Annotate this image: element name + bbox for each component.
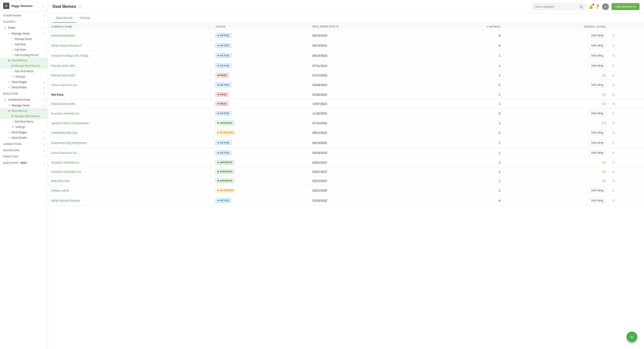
cell-company-name[interactable]: Sunsets Unlimited Inc. (48, 108, 212, 119)
help-icon[interactable]: ❓ (596, 5, 600, 9)
trash-icon[interactable]: 🗑 (612, 151, 615, 155)
cell-date: 07/11/2022 (310, 119, 430, 128)
tab-deal-memos[interactable]: Deal Memos (52, 14, 76, 23)
section-fundraising[interactable]: FUNDRAISING ▸ (0, 12, 48, 18)
cell-company-name[interactable]: Ceramic Ceilings and Things (48, 51, 212, 61)
user-avatar[interactable]: G (602, 3, 609, 10)
add-rating-button[interactable]: Add rating (589, 63, 606, 68)
trash-icon[interactable]: 🗑 (612, 34, 615, 37)
nav-item-deals-closing[interactable]: ↗ Deals ▾ (0, 25, 48, 31)
trash-icon[interactable]: 🗑 (612, 121, 615, 125)
trash-icon[interactable]: 🗑 (612, 199, 615, 202)
cell-date: 01/05/2023 (310, 90, 430, 99)
trash-icon[interactable]: 🗑 (612, 74, 615, 77)
cell-company-name[interactable]: Janice's sister's incorporation (48, 119, 212, 128)
sidebar-item-manage-deals-sub[interactable]: ○ Manage Deals (0, 36, 48, 42)
add-rating-button[interactable]: Add rating (589, 53, 606, 58)
trash-icon[interactable]: 🗑 (612, 44, 615, 47)
cell-company-name[interactable]: Wild New Org (48, 176, 212, 185)
trash-icon[interactable]: 🗑 (612, 54, 615, 57)
app-logo[interactable]: G Giggy Ventures ⋮ (0, 0, 48, 12)
sidebar-item-manage-deals-closing[interactable]: Manage Deals ▾ (0, 31, 48, 36)
sidebar-item-deal-emails-dealflow[interactable]: Deal Emails ▸ (0, 135, 48, 140)
sidebar-item-add-deal-memo-dealflow[interactable]: + Add Deal Memo (0, 119, 48, 124)
trash-icon[interactable]: 🗑 (612, 64, 615, 68)
add-rating-button[interactable]: Add rating (589, 198, 606, 203)
cell-status: PASS (212, 71, 309, 80)
sidebar-item-deal-stages-closing[interactable]: Deal Stages ▸ (0, 79, 48, 85)
sidebar-item-deal-memos-dealflow[interactable]: Deal Memos ▾ (0, 108, 48, 114)
sidebar-item-deal-emails-closing[interactable]: Deal Emails ▸ (0, 85, 48, 90)
cell-company-name[interactable]: Sunsets Unlimited Inc. (48, 158, 212, 167)
connectors-arrow-icon: ▸ (44, 143, 45, 145)
sidebar-item-add-note[interactable]: + Add Note (0, 47, 48, 53)
trash-icon[interactable]: 🗑 (612, 93, 615, 96)
sidebar-item-manage-deal-memos-dealflow[interactable]: Manage Deal Memos (0, 114, 48, 119)
table-row: Horizons Unlimited, IncAPPROVE03/21/2022… (48, 167, 644, 176)
add-rating-button[interactable]: Add rating (589, 33, 606, 38)
cell-company-name[interactable]: White Mouse Partners (48, 196, 212, 206)
cell-company-name[interactable]: Parrots Gone Wild (48, 61, 212, 71)
cell-company-name[interactable]: Hellooo world (48, 185, 212, 196)
cell-company-name[interactable]: Downward Dog Enterprises (48, 138, 212, 148)
sidebar-item-add-funding-round[interactable]: + Add Funding Round (0, 53, 48, 58)
cell-score: Add rating (504, 61, 609, 71)
section-closing[interactable]: CLOSING ▾ (0, 18, 48, 25)
cell-score: 3.0 (504, 167, 609, 176)
trash-icon[interactable]: 🗑 (612, 112, 615, 115)
col-deal-memo-date[interactable]: DEAL MEMO DATE ⇵ (310, 23, 430, 31)
section-questions[interactable]: QUESTIONS BETA ▸ (0, 159, 48, 166)
trash-icon[interactable]: 🗑 (612, 102, 615, 106)
cell-company-name[interactable]: White House Partners F (48, 41, 212, 51)
nav-item-investment[interactable]: ↗ Investment (new) ▾ (0, 96, 48, 103)
add-rating-button[interactable]: Add rating (589, 111, 606, 116)
add-rating-button[interactable]: Add rating (589, 43, 606, 48)
trash-icon[interactable]: 🗑 (612, 131, 615, 134)
cell-company-name[interactable]: Acme Hammers Inc... (48, 148, 212, 158)
sidebar-item-add-deal-memo-closing[interactable]: + Add Deal Memo (0, 69, 48, 74)
section-directory[interactable]: DIRECTORY ▸ (0, 153, 48, 159)
add-deal-memo-button[interactable]: Add Deal Memo (612, 3, 640, 10)
cell-company-name[interactable]: Parrots Gone Wild (48, 99, 212, 108)
trash-icon[interactable]: 🗑 (612, 189, 615, 192)
cell-company-name[interactable]: Rat Pack (48, 90, 212, 99)
sidebar-item-add-deal[interactable]: + Add Deal (0, 42, 48, 47)
collapse-icon[interactable]: ⋮ (42, 4, 45, 8)
deal-emails-label-dealflow: Deal Emails (12, 136, 27, 139)
cell-company-name[interactable]: Parrots Gone Wild (48, 71, 212, 80)
trash-icon[interactable]: 🗑 (612, 161, 615, 164)
sidebar-item-deal-memos-closing[interactable]: Deal Memos ▾ (0, 58, 48, 63)
tab-settings[interactable]: Settings (76, 14, 94, 23)
status-dot-icon (218, 113, 219, 114)
trash-icon[interactable]: 🗑 (612, 179, 615, 183)
section-dealflow[interactable]: DEALFLOW ▾ (0, 90, 48, 96)
add-rating-button[interactable]: Add rating (589, 130, 606, 135)
trash-icon[interactable]: 🗑 (612, 83, 615, 87)
search-input[interactable] (535, 5, 578, 8)
sidebar-item-manage-deal-memos-closing[interactable]: Manage Deal Memos (0, 63, 48, 69)
cell-company-name[interactable]: Interesting New Org (48, 128, 212, 138)
search-icon: 🔍 (579, 5, 583, 9)
sidebar-controls[interactable]: ⋮ (42, 4, 45, 8)
cell-status: PASS (212, 99, 309, 108)
sidebar-item-deal-stages-dealflow[interactable]: Deal Stages ▸ (0, 130, 48, 135)
trash-icon[interactable]: 🗑 (612, 141, 615, 145)
trash-icon[interactable]: 🗑 (612, 170, 615, 173)
sidebar-item-settings-closing[interactable]: ⚙ Settings (0, 74, 48, 79)
add-rating-button[interactable]: Add rating (589, 140, 606, 145)
section-connectors[interactable]: CONNECTORS ▸ (0, 140, 48, 147)
sidebar-item-manage-deals-dealflow[interactable]: Manage Deals ▸ (0, 103, 48, 108)
cell-company-name[interactable]: Horizons Unlimited, Inc (48, 167, 212, 176)
add-rating-button[interactable]: Add rating (589, 82, 606, 88)
section-recruiting[interactable]: RECRUITING ▸ (0, 147, 48, 153)
cell-date: 03/21/2022 (310, 158, 430, 167)
cell-company-name[interactable]: Acme Hammers Inc... (48, 80, 212, 90)
add-rating-button[interactable]: Add rating (589, 150, 606, 155)
notification-icon[interactable]: 🔔 (589, 5, 593, 9)
sidebar-item-settings-dealflow[interactable]: ⚙ Settings (0, 124, 48, 130)
add-rating-button[interactable]: Add rating (589, 188, 606, 193)
cell-company-name[interactable]: testtesttesttesttest (48, 31, 212, 41)
fab-add-button[interactable]: + (626, 331, 637, 342)
search-bar[interactable]: 🔍 (532, 3, 586, 10)
cell-delete: 🗑 (609, 31, 644, 41)
